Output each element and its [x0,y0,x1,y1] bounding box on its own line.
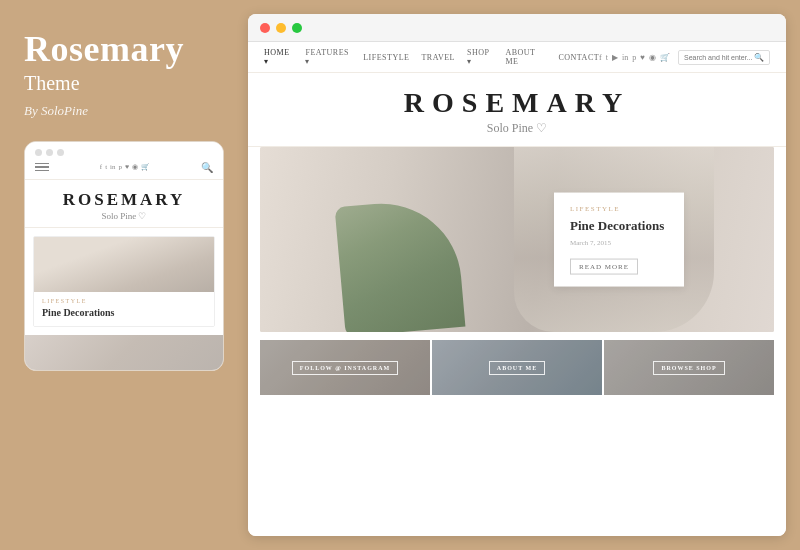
nav-heart-icon: ♥ [640,53,645,62]
mobile-card-title: Pine Decorations [42,307,206,318]
nav-travel[interactable]: TRAVEL [421,53,455,62]
mobile-preview: f t in p ♥ ◉ 🛒 🔍 ROSEMARY Solo Pine ♡ LI… [24,141,224,371]
theme-by: By SoloPine [24,103,224,119]
hero-card-date: March 7, 2015 [570,239,668,247]
mobile-dot-1 [35,149,42,156]
nav-cart-icon: 🛒 [660,53,670,62]
nav-tw-icon: t [606,53,608,62]
nav-right-area: f t ▶ in p ♥ ◉ 🛒 🔍 [599,50,770,65]
nav-yt-icon: ▶ [612,53,618,62]
thumb-instagram[interactable]: FOLLOW @ INSTAGRAM [260,340,430,395]
mobile-card-body: LIFESTYLE Pine Decorations [34,292,214,326]
fb-icon: f [100,163,102,171]
nav-about[interactable]: ABOUT ME [505,48,546,66]
theme-title: Rosemary [24,30,224,70]
search-icon[interactable]: 🔍 [201,162,213,173]
read-more-button[interactable]: READ MORE [570,259,638,275]
thumb-about-overlay: ABOUT ME [432,340,602,395]
mobile-dots [35,149,213,156]
thumb-instagram-overlay: FOLLOW @ INSTAGRAM [260,340,430,395]
close-dot[interactable] [260,23,270,33]
nav-contact[interactable]: CONTACT [558,53,599,62]
nav-search-box[interactable]: 🔍 [678,50,770,65]
mobile-nav-row: f t in p ♥ ◉ 🛒 🔍 [35,159,213,175]
maximize-dot[interactable] [292,23,302,33]
mobile-card-category: LIFESTYLE [42,298,206,304]
search-icon[interactable]: 🔍 [754,53,764,62]
thumb-shop[interactable]: BROWSE SHOP [604,340,774,395]
hamburger-icon[interactable] [35,163,49,172]
thumb-about-label: ABOUT ME [489,361,545,375]
thumb-shop-overlay: BROWSE SHOP [604,340,774,395]
hero-section: LIFESTYLE Pine Decorations March 7, 2015… [260,147,774,332]
heart-icon: ♥ [125,163,129,171]
nav-lifestyle[interactable]: LIFESTYLE [363,53,409,62]
desktop-logo-text: ROSEMARY [248,87,786,119]
mobile-social-icons: f t in p ♥ ◉ 🛒 [100,163,150,171]
nav-links: HOME ▾ FEATURES ▾ LIFESTYLE TRAVEL SHOP … [264,48,599,66]
mobile-top-bar: f t in p ♥ ◉ 🛒 🔍 [25,142,223,180]
left-panel: Rosemary Theme By SoloPine f t in p ♥ [0,0,248,550]
minimize-dot[interactable] [276,23,286,33]
nav-in-icon: in [622,53,628,62]
browser-chrome [248,14,786,42]
rss-icon: ◉ [132,163,138,171]
pi-icon: p [119,163,123,171]
desktop-nav: HOME ▾ FEATURES ▾ LIFESTYLE TRAVEL SHOP … [248,42,786,73]
in-icon: in [110,163,115,171]
cart-icon: 🛒 [141,163,150,171]
theme-subtitle: Theme [24,72,224,95]
mobile-card: LIFESTYLE Pine Decorations [33,236,215,327]
desktop-content: ROSEMARY Solo Pine ♡ LIFESTYLE Pine Deco… [248,73,786,536]
search-input[interactable] [684,54,754,61]
mobile-logo-text: ROSEMARY [25,190,223,210]
mobile-card-image [34,237,214,292]
desktop-thumbnails: FOLLOW @ INSTAGRAM ABOUT ME BROWSE SHOP [260,340,774,395]
thumb-shop-label: BROWSE SHOP [653,361,724,375]
hero-card-title: Pine Decorations [570,217,668,234]
nav-fb-icon: f [599,53,602,62]
nav-home[interactable]: HOME ▾ [264,48,293,66]
thumb-about[interactable]: ABOUT ME [432,340,602,395]
nav-social-icons: f t ▶ in p ♥ ◉ 🛒 [599,53,670,62]
thumb-instagram-label: FOLLOW @ INSTAGRAM [292,361,398,375]
nav-features[interactable]: FEATURES ▾ [305,48,351,66]
nav-pi-icon: p [632,53,636,62]
mobile-bottom-image [25,335,223,370]
nav-shop[interactable]: SHOP ▾ [467,48,493,66]
desktop-logo-sub: Solo Pine ♡ [248,121,786,136]
mobile-dot-2 [46,149,53,156]
nav-rss-icon: ◉ [649,53,656,62]
mobile-logo-sub: Solo Pine ♡ [25,211,223,221]
desktop-logo-area: ROSEMARY Solo Pine ♡ [248,73,786,147]
hero-card-category: LIFESTYLE [570,204,668,212]
mobile-logo-area: ROSEMARY Solo Pine ♡ [25,180,223,228]
desktop-preview: HOME ▾ FEATURES ▾ LIFESTYLE TRAVEL SHOP … [248,14,786,536]
mobile-dot-3 [57,149,64,156]
hero-card: LIFESTYLE Pine Decorations March 7, 2015… [554,192,684,287]
tw-icon: t [105,163,107,171]
